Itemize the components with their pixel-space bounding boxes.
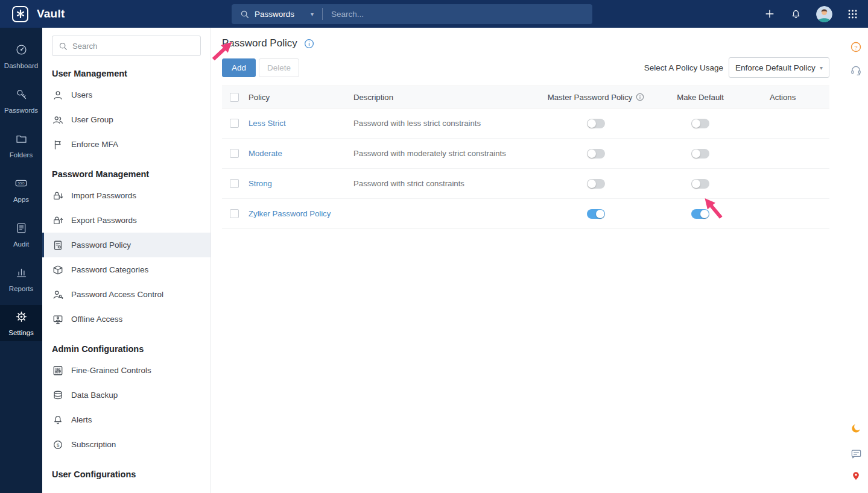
policy-link[interactable]: Less Strict xyxy=(249,119,286,128)
vault-logo-icon[interactable] xyxy=(12,6,28,22)
sidebar-item-password-policy[interactable]: Password Policy xyxy=(42,233,211,257)
section-title-admin-configurations: Admin Configurations xyxy=(52,344,201,354)
row-checkbox[interactable] xyxy=(230,119,239,128)
master-policy-toggle[interactable] xyxy=(587,179,605,189)
rail-label: Dashboard xyxy=(4,62,38,69)
sidebar-item-data-backup[interactable]: Data Backup xyxy=(42,383,211,407)
add-new-icon[interactable] xyxy=(764,8,776,20)
sidebar-item-alerts[interactable]: Alerts xyxy=(42,407,211,432)
policy-table: Policy Description Master Password Polic… xyxy=(222,86,829,229)
make-default-toggle[interactable] xyxy=(691,179,709,189)
sidebar-item-label: Password Policy xyxy=(71,240,131,250)
rail-item-dashboard[interactable]: Dashboard xyxy=(0,34,42,78)
sidebar-item-offline-access[interactable]: Offline Access xyxy=(42,307,211,331)
rail-item-settings[interactable]: Settings xyxy=(0,305,42,341)
right-utility-strip: ? xyxy=(844,28,868,493)
sidebar-item-password-access-control[interactable]: Password Access Control xyxy=(42,282,211,307)
sidebar-item-export-passwords[interactable]: Export Passwords xyxy=(42,208,211,233)
row-checkbox[interactable] xyxy=(230,179,239,188)
make-default-toggle[interactable] xyxy=(691,119,709,128)
user-avatar[interactable] xyxy=(816,6,832,22)
support-headset-icon[interactable] xyxy=(850,64,862,77)
global-search: Passwords ▾ xyxy=(232,4,592,24)
row-checkbox[interactable] xyxy=(230,209,239,218)
location-pin-icon[interactable] xyxy=(851,470,861,481)
key-icon xyxy=(15,88,28,103)
sidebar-item-label: Offline Access xyxy=(71,315,122,324)
sidebar-item-label: Users xyxy=(71,90,92,99)
rail-item-folders[interactable]: Folders xyxy=(0,123,42,168)
rail-label: Passwords xyxy=(4,107,38,114)
night-mode-moon-icon[interactable] xyxy=(851,422,862,434)
sso-icon: SSO xyxy=(14,177,28,192)
sidebar-item-label: Password Access Control xyxy=(71,290,163,299)
sidebar-item-label: User Group xyxy=(71,115,113,124)
feedback-chat-icon[interactable] xyxy=(851,448,862,460)
section-title-user-configurations: User Configurations xyxy=(52,469,201,479)
chevron-down-icon: ▾ xyxy=(820,64,823,71)
rail-item-reports[interactable]: Reports xyxy=(0,257,42,301)
rail-item-passwords[interactable]: Passwords xyxy=(0,78,42,123)
sidebar-item-user-group[interactable]: User Group xyxy=(42,107,211,132)
policy-usage-label: Select A Policy Usage xyxy=(644,63,723,72)
master-policy-toggle[interactable] xyxy=(587,119,605,128)
sidebar-item-fine-grained-controls[interactable]: Fine-Grained Controls xyxy=(42,358,211,383)
table-header-row: Policy Description Master Password Polic… xyxy=(222,86,829,108)
sidebar-item-enforce-mfa[interactable]: Enforce MFA xyxy=(42,132,211,157)
policy-link[interactable]: Zylker Password Policy xyxy=(249,209,331,218)
policy-description: Password with moderately strict constrai… xyxy=(349,139,542,168)
svg-text:SSO: SSO xyxy=(18,181,25,185)
sidebar-item-label: Enforce MFA xyxy=(71,140,118,149)
policy-link[interactable]: Moderate xyxy=(249,149,282,158)
notifications-bell-icon[interactable] xyxy=(790,8,802,20)
column-header-make-default: Make Default xyxy=(650,86,750,108)
gear-icon xyxy=(15,310,28,325)
folder-icon xyxy=(15,133,28,148)
main-content: Password Policy Add Delete Select A Poli… xyxy=(211,28,868,493)
rail-label: Audit xyxy=(13,240,29,248)
master-policy-toggle[interactable] xyxy=(587,209,605,219)
policy-description: Password with less strict constraints xyxy=(349,108,542,138)
access-control-icon xyxy=(52,289,63,300)
search-scope-dropdown[interactable]: Passwords ▾ xyxy=(232,4,322,24)
rail-item-apps[interactable]: SSO Apps xyxy=(0,168,42,212)
section-title-user-management: User Management xyxy=(52,69,201,78)
add-button[interactable]: Add xyxy=(222,58,256,77)
sidebar-search-input[interactable] xyxy=(72,42,194,51)
svg-text:?: ? xyxy=(854,45,857,51)
search-icon xyxy=(59,42,68,51)
sidebar-item-password-categories[interactable]: Password Categories xyxy=(42,257,211,282)
user-group-icon xyxy=(52,115,63,125)
sidebar-item-subscription[interactable]: $ Subscription xyxy=(42,432,211,457)
categories-icon xyxy=(52,265,63,275)
svg-text:$: $ xyxy=(57,442,60,447)
sidebar-item-label: Fine-Grained Controls xyxy=(71,366,151,375)
sidebar-item-users[interactable]: Users xyxy=(42,83,211,107)
policy-usage-dropdown[interactable]: Enforce Default Policy ▾ xyxy=(729,57,829,78)
rail-item-audit[interactable]: Audit xyxy=(0,212,42,257)
policy-description: Password with strict constraints xyxy=(349,169,542,198)
alert-bell-icon xyxy=(52,415,63,425)
settings-sidebar: User Management Users User Group Enforce… xyxy=(42,28,211,493)
column-header-master: Master Password Policy xyxy=(548,93,633,102)
row-checkbox[interactable] xyxy=(230,149,239,158)
policy-link[interactable]: Strong xyxy=(249,179,272,188)
global-search-input[interactable] xyxy=(323,10,592,19)
select-all-checkbox[interactable] xyxy=(230,93,239,102)
page-info-icon[interactable] xyxy=(304,39,314,49)
master-policy-toggle[interactable] xyxy=(587,149,605,159)
master-policy-info-icon[interactable] xyxy=(636,93,644,101)
table-row: Less Strict Password with less strict co… xyxy=(222,108,829,139)
make-default-toggle[interactable] xyxy=(691,149,709,159)
topbar: Vault Passwords ▾ xyxy=(0,0,868,28)
table-row: Moderate Password with moderately strict… xyxy=(222,139,829,169)
flag-icon xyxy=(52,139,63,150)
audit-icon xyxy=(15,222,28,237)
help-icon[interactable]: ? xyxy=(850,41,862,53)
chart-icon xyxy=(15,266,28,281)
sidebar-item-import-passwords[interactable]: Import Passwords xyxy=(42,183,211,208)
rail-label: Apps xyxy=(13,196,29,203)
app-name: Vault xyxy=(37,7,65,20)
delete-button[interactable]: Delete xyxy=(259,58,299,77)
apps-grid-icon[interactable] xyxy=(847,8,858,20)
